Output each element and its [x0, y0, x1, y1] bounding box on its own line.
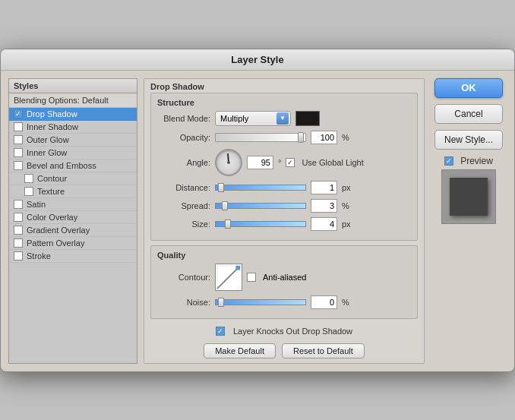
quality-box: Quality Contour: — [150, 245, 418, 319]
blend-mode-row: Blend Mode: Multiply ▼ — [157, 111, 411, 126]
angle-center — [227, 161, 230, 164]
quality-title: Quality — [157, 251, 411, 260]
preview-label: Preview — [460, 156, 493, 166]
spread-slider-thumb[interactable] — [222, 201, 228, 210]
structure-box: Structure Blend Mode: Multiply ▼ Opacity… — [150, 93, 418, 241]
texture-checkbox[interactable] — [24, 187, 33, 196]
stroke-checkbox[interactable] — [14, 251, 23, 261]
layer-knocks-label: Layer Knocks Out Drop Shadow — [233, 327, 352, 336]
sidebar-item-gradient-overlay[interactable]: Gradient Overlay — [9, 224, 137, 237]
opacity-label: Opacity: — [157, 133, 210, 142]
use-global-light-checkbox[interactable] — [286, 158, 295, 167]
sidebar-item-inner-glow[interactable]: Inner Glow — [9, 147, 137, 159]
contour-label: Contour: — [157, 273, 210, 282]
gradient-overlay-checkbox[interactable] — [14, 226, 23, 235]
sidebar-item-color-overlay[interactable]: Color Overlay — [9, 211, 137, 224]
reset-default-button[interactable]: Reset to Default — [282, 343, 365, 358]
distance-row: Distance: px — [157, 181, 411, 194]
sidebar-item-contour[interactable]: Contour — [9, 172, 137, 185]
noise-label: Noise: — [157, 298, 210, 307]
sidebar-item-inner-shadow[interactable]: Inner Shadow — [9, 121, 137, 134]
contour-checkbox[interactable] — [24, 174, 33, 183]
spread-unit: % — [342, 201, 349, 210]
angle-dial[interactable] — [215, 149, 242, 176]
blend-mode-dropdown[interactable]: Multiply ▼ — [215, 111, 291, 126]
sidebar-item-stroke[interactable]: Stroke — [9, 250, 137, 263]
layer-knocks-row: Layer Knocks Out Drop Shadow — [144, 324, 424, 339]
opacity-row: Opacity: % — [157, 131, 411, 144]
color-swatch[interactable] — [295, 111, 320, 126]
pattern-overlay-checkbox[interactable] — [14, 238, 23, 248]
ok-button[interactable]: OK — [434, 78, 503, 98]
dropdown-arrow-icon: ▼ — [276, 112, 289, 125]
preview-inner — [450, 178, 488, 216]
cancel-button[interactable]: Cancel — [434, 104, 503, 124]
make-default-button[interactable]: Make Default — [204, 343, 276, 358]
size-input[interactable] — [311, 217, 337, 231]
size-label: Size: — [157, 219, 210, 229]
bevel-emboss-checkbox[interactable] — [14, 161, 23, 170]
new-style-button[interactable]: New Style... — [434, 130, 503, 150]
bottom-buttons: Make Default Reset to Default — [144, 339, 424, 363]
opacity-slider[interactable] — [215, 133, 306, 142]
structure-title: Structure — [157, 98, 411, 107]
spread-input[interactable] — [311, 199, 337, 213]
styles-header: Styles — [9, 79, 137, 93]
size-slider-thumb[interactable] — [225, 219, 231, 229]
noise-row: Noise: % — [157, 295, 411, 309]
layer-style-dialog: Layer Style Styles Blending Options: Def… — [0, 49, 515, 372]
noise-slider-thumb[interactable] — [218, 298, 224, 307]
opacity-input[interactable] — [311, 131, 337, 144]
preview-box — [441, 169, 496, 224]
inner-shadow-checkbox[interactable] — [14, 122, 23, 131]
satin-checkbox[interactable] — [14, 200, 23, 209]
preview-section: Preview — [441, 156, 496, 224]
right-panel: OK Cancel New Style... Preview — [431, 78, 507, 364]
sidebar-item-outer-glow[interactable]: Outer Glow — [9, 134, 137, 147]
distance-unit: px — [342, 183, 351, 192]
opacity-unit: % — [342, 133, 349, 142]
size-row: Size: px — [157, 217, 411, 231]
dialog-title: Layer Style — [1, 49, 514, 71]
outer-glow-checkbox[interactable] — [14, 135, 23, 144]
spread-label: Spread: — [157, 201, 210, 210]
noise-input[interactable] — [311, 295, 337, 309]
opacity-slider-thumb[interactable] — [298, 132, 304, 143]
distance-label: Distance: — [157, 183, 210, 192]
noise-slider[interactable] — [215, 299, 306, 305]
sidebar-item-texture[interactable]: Texture — [9, 185, 137, 198]
angle-label: Angle: — [157, 158, 210, 167]
anti-aliased-label[interactable]: Anti-aliased — [247, 273, 306, 282]
contour-row: Contour: Anti-aliased — [157, 264, 411, 291]
layer-knocks-checkbox[interactable] — [216, 327, 225, 336]
contour-preview[interactable] — [215, 264, 242, 291]
inner-glow-checkbox[interactable] — [14, 148, 23, 157]
spread-slider[interactable] — [215, 203, 306, 209]
main-content: Drop Shadow Structure Blend Mode: Multip… — [144, 78, 425, 364]
blend-mode-label: Blend Mode: — [157, 114, 210, 123]
svg-rect-1 — [235, 265, 240, 270]
sidebar-item-drop-shadow[interactable]: Drop Shadow — [9, 108, 137, 121]
spread-row: Spread: % — [157, 199, 411, 213]
preview-checkbox[interactable] — [444, 156, 453, 166]
angle-unit: ° — [278, 158, 281, 167]
distance-slider[interactable] — [215, 185, 306, 191]
use-global-light-label[interactable]: Use Global Light — [286, 158, 363, 167]
preview-label-row: Preview — [444, 156, 493, 166]
noise-unit: % — [342, 298, 349, 307]
sidebar-item-bevel-emboss[interactable]: Bevel and Emboss — [9, 159, 137, 172]
drop-shadow-section: Drop Shadow Structure Blend Mode: Multip… — [144, 78, 425, 364]
angle-input[interactable] — [247, 156, 273, 169]
color-overlay-checkbox[interactable] — [14, 213, 23, 222]
distance-slider-thumb[interactable] — [218, 183, 224, 192]
sidebar-item-satin[interactable]: Satin — [9, 198, 137, 211]
drop-shadow-section-title: Drop Shadow — [144, 79, 424, 93]
sidebar-item-pattern-overlay[interactable]: Pattern Overlay — [9, 237, 137, 250]
size-slider[interactable] — [215, 221, 306, 227]
drop-shadow-checkbox[interactable] — [14, 109, 23, 118]
anti-aliased-checkbox[interactable] — [247, 273, 256, 282]
blending-options-item[interactable]: Blending Options: Default — [9, 93, 137, 108]
size-unit: px — [342, 219, 351, 229]
distance-input[interactable] — [311, 181, 337, 194]
angle-row: Angle: ° Use Global Light — [157, 149, 411, 176]
